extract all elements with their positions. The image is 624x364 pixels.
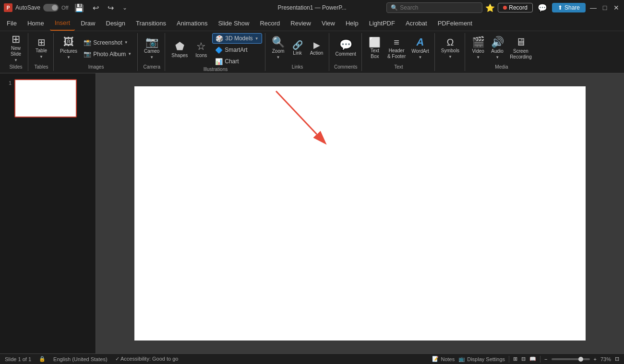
zoom-slider[interactable]	[552, 358, 590, 360]
tab-animations[interactable]: Animations	[172, 15, 212, 31]
undo-button[interactable]: ↩	[90, 2, 102, 13]
text-group-items: ⬜ TextBox ≡ Header& Footer A WordArt ▼	[366, 33, 432, 63]
save-button[interactable]: 💾	[72, 2, 87, 13]
zoom-button[interactable]: 🔍 Zoom ▼	[269, 35, 288, 62]
action-button[interactable]: ▶ Action	[308, 35, 326, 62]
video-dropdown-icon: ▼	[476, 55, 480, 59]
zoom-dropdown-icon: ▼	[276, 55, 280, 59]
ribbon: File Home Insert Draw Design Transitions…	[0, 15, 624, 73]
tab-pdfelement[interactable]: PDFelement	[433, 15, 477, 31]
smartart-icon: 🔷	[215, 47, 223, 54]
status-bar: Slide 1 of 1 🔒 English (United States) ✓…	[0, 353, 624, 364]
tab-view[interactable]: View	[317, 15, 340, 31]
slides-group: ⊞ NewSlide ▼ Slides	[4, 33, 28, 71]
comment-button[interactable]: 💬 Comment	[333, 35, 359, 62]
symbols-label: Symbols	[441, 48, 459, 54]
audio-icon: 🔊	[491, 37, 504, 47]
tab-slideshow[interactable]: Slide Show	[213, 15, 254, 31]
cameo-button[interactable]: 📷 Cameo ▼	[142, 35, 162, 62]
chart-button[interactable]: 📊 Chart	[212, 56, 262, 67]
table-dropdown-icon: ▼	[39, 55, 43, 59]
slide-info: Slide 1 of 1	[5, 356, 31, 362]
header-footer-button[interactable]: ≡ Header& Footer	[385, 35, 408, 62]
notes-button[interactable]: 📝 Notes	[432, 356, 455, 362]
action-label: Action	[310, 50, 324, 56]
smartart-button[interactable]: 🔷 SmartArt	[212, 45, 262, 55]
cameo-label: Cameo	[144, 48, 159, 54]
record-dot-icon	[503, 6, 507, 10]
icons-label: Icons	[195, 53, 207, 59]
tab-file[interactable]: File	[2, 15, 22, 31]
customize-qat-button[interactable]: ⌄	[120, 2, 130, 13]
zoom-in-button[interactable]: +	[594, 356, 597, 362]
language-label: English (United States)	[53, 356, 108, 362]
link-button[interactable]: 🔗 Link	[288, 35, 307, 62]
tab-insert[interactable]: Insert	[50, 15, 75, 31]
tab-design[interactable]: Design	[101, 15, 130, 31]
slide-thumbnail-1[interactable]: 1	[2, 77, 94, 119]
links-group: 🔍 Zoom ▼ 🔗 Link ▶ Action Links	[266, 33, 329, 71]
microsoft-icon[interactable]: ⭐	[486, 4, 494, 12]
search-input[interactable]	[400, 4, 478, 11]
comments-group-label: Comments	[333, 63, 359, 71]
search-box[interactable]: 🔍	[386, 2, 482, 13]
zoom-out-button[interactable]: −	[544, 356, 547, 362]
tab-home[interactable]: Home	[23, 15, 49, 31]
tab-record[interactable]: Record	[255, 15, 285, 31]
screenshot-button[interactable]: 📸 Screenshot ▼	[81, 37, 134, 48]
normal-view-button[interactable]: ⊞	[513, 356, 517, 362]
link-icon: 🔗	[292, 41, 303, 49]
notes-label: Notes	[441, 356, 455, 362]
tab-acrobat[interactable]: Acrobat	[401, 15, 432, 31]
camera-group: 📷 Cameo ▼ Camera	[139, 33, 165, 71]
maximize-button[interactable]: □	[601, 4, 609, 12]
record-title-button[interactable]: Record	[498, 3, 533, 12]
text-group: ⬜ TextBox ≡ Header& Footer A WordArt ▼ T…	[363, 33, 435, 71]
zoom-level-label: 73%	[600, 356, 611, 362]
links-group-items: 🔍 Zoom ▼ 🔗 Link ▶ Action	[269, 33, 326, 63]
textbox-button[interactable]: ⬜ TextBox	[366, 35, 384, 62]
icons-button[interactable]: ☆ Icons	[192, 36, 210, 64]
minimize-button[interactable]: —	[589, 4, 597, 12]
shapes-button[interactable]: ⬟ Shapes	[169, 36, 190, 64]
tab-review[interactable]: Review	[286, 15, 316, 31]
screen-recording-button[interactable]: 🖥 ScreenRecording	[507, 35, 534, 62]
new-slide-dropdown-icon: ▼	[14, 58, 18, 62]
illustrations-group-label: Illustrations	[169, 67, 262, 73]
3d-models-button[interactable]: 🎲 3D Models ▼	[212, 33, 262, 44]
tab-help[interactable]: Help	[341, 15, 363, 31]
screenshot-label: Screenshot	[93, 39, 122, 46]
media-group-label: Media	[469, 63, 534, 71]
symbols-button[interactable]: Ω Symbols ▼	[439, 35, 462, 62]
share-button[interactable]: ⬆ Share	[552, 3, 586, 12]
title-bar-right: 🔍 ⭐ Record 💬 ⬆ Share — □ ✕	[386, 2, 620, 13]
pictures-button[interactable]: 🖼 Pictures ▼	[58, 35, 80, 62]
photo-album-button[interactable]: 📷 Photo Album ▼	[81, 49, 134, 59]
tables-group: ⊞ Table ▼ Tables	[29, 33, 54, 71]
slide-preview-1	[14, 79, 77, 117]
table-button[interactable]: ⊞ Table ▼	[32, 35, 50, 62]
wordart-label: WordArt	[411, 48, 429, 54]
wordart-button[interactable]: A WordArt ▼	[409, 35, 432, 62]
images-group-items: 🖼 Pictures ▼ 📸 Screenshot ▼ 📷 Photo Albu…	[58, 33, 134, 63]
audio-button[interactable]: 🔊 Audio ▼	[488, 35, 506, 62]
slide-panel: 1	[0, 73, 96, 353]
slide-sorter-button[interactable]: ⊟	[521, 356, 526, 362]
close-button[interactable]: ✕	[612, 4, 620, 12]
textbox-label: TextBox	[371, 48, 379, 59]
slide-canvas[interactable]	[134, 86, 586, 341]
autosave-toggle[interactable]	[43, 4, 59, 12]
tables-group-items: ⊞ Table ▼	[32, 33, 50, 63]
tab-lightpdf[interactable]: LightPDF	[364, 15, 400, 31]
fit-to-window-button[interactable]: ⊡	[615, 356, 619, 362]
camera-group-items: 📷 Cameo ▼	[142, 33, 162, 63]
video-button[interactable]: 🎬 Video ▼	[469, 35, 487, 62]
tab-transitions[interactable]: Transitions	[131, 15, 171, 31]
action-icon: ▶	[313, 41, 320, 49]
redo-button[interactable]: ↪	[105, 2, 117, 13]
new-slide-button[interactable]: ⊞ NewSlide ▼	[7, 35, 25, 62]
reading-view-button[interactable]: 📖	[529, 356, 536, 362]
comments-button[interactable]: 💬	[537, 2, 548, 13]
display-settings-button[interactable]: 📺 Display Settings	[458, 356, 505, 362]
tab-draw[interactable]: Draw	[76, 15, 100, 31]
